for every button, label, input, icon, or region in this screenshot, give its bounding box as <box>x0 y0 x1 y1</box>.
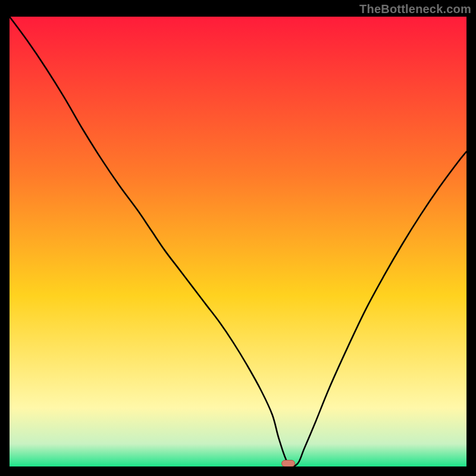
bottleneck-chart <box>10 17 466 466</box>
chart-frame: TheBottleneck.com <box>0 0 476 476</box>
gradient-background <box>10 17 466 466</box>
watermark-text: TheBottleneck.com <box>359 2 471 16</box>
optimal-point-marker-icon <box>281 460 295 466</box>
plot-area <box>10 17 466 466</box>
